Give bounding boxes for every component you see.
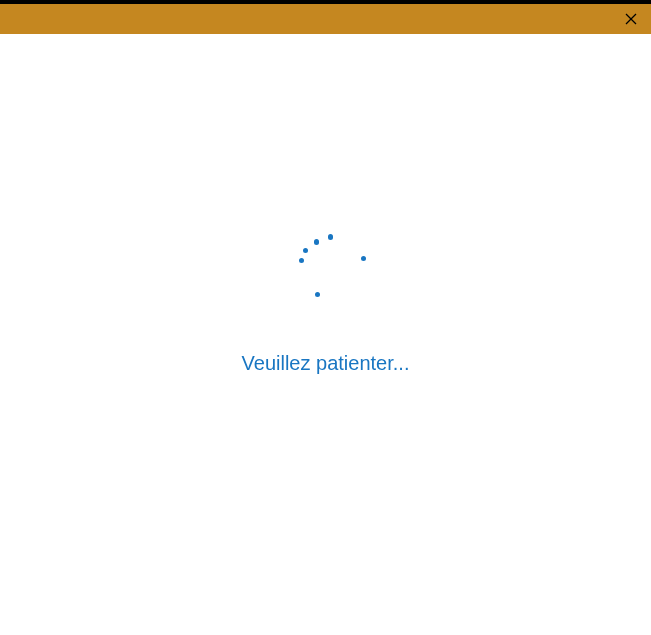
content-area: Veuillez patienter... bbox=[0, 34, 651, 635]
title-bar bbox=[0, 4, 651, 34]
close-icon bbox=[625, 13, 637, 25]
loading-spinner-icon bbox=[281, 234, 371, 324]
loading-message: Veuillez patienter... bbox=[242, 352, 410, 375]
close-button[interactable] bbox=[611, 4, 651, 34]
